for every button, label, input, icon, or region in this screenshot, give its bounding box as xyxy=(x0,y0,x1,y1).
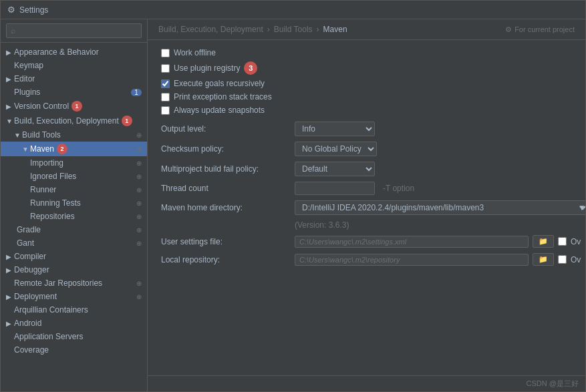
breadcrumb-arrow-icon: › xyxy=(267,25,270,34)
main-content: ▶ Appearance & Behavior Keymap ▶ Editor … xyxy=(1,19,585,391)
sidebar-item-coverage[interactable]: Coverage xyxy=(1,343,147,357)
search-box xyxy=(1,19,147,43)
sidebar-item-appearance[interactable]: ▶ Appearance & Behavior xyxy=(1,45,147,59)
maven-home-control: D:/IntelliJ IDEA 2020.2.4/plugins/maven/… xyxy=(295,200,585,215)
checkbox-execute-goals: Execute goals recursively xyxy=(161,79,572,88)
expand-arrow-icon: ▶ xyxy=(6,103,14,110)
local-repo-row: Local repository: 📁 Ov xyxy=(161,253,572,266)
maven-home-select[interactable]: D:/IntelliJ IDEA 2020.2.4/plugins/maven/… xyxy=(295,200,585,215)
breadcrumb-part-1[interactable]: Build, Execution, Deployment xyxy=(158,25,263,34)
print-exception-checkbox[interactable] xyxy=(161,93,170,102)
sidebar-item-label: Build Tools xyxy=(22,130,61,140)
sidebar-item-build-exec-deploy[interactable]: ▼ Build, Execution, Deployment 1 xyxy=(1,114,147,128)
expand-arrow-icon: ▶ xyxy=(6,49,14,56)
config-icon: ⊕ xyxy=(136,240,142,247)
maven-home-label: Maven home directory: xyxy=(161,203,295,212)
sidebar-item-label: Maven xyxy=(30,144,54,154)
user-settings-override-label: Ov xyxy=(571,237,581,246)
work-offline-checkbox[interactable] xyxy=(161,49,170,57)
config-icon: ⊕ xyxy=(136,213,142,220)
sidebar-item-keymap[interactable]: Keymap xyxy=(1,59,147,72)
expand-arrow-icon: ▶ xyxy=(6,293,14,301)
checkbox-always-update: Always update snapshots xyxy=(161,106,572,115)
expand-arrow-icon: ▼ xyxy=(14,132,22,139)
sidebar-item-maven[interactable]: ▼ Maven 2 ⊕ xyxy=(1,142,147,156)
main-panel: Build, Execution, Deployment › Build Too… xyxy=(148,19,585,391)
maven-home-row: Maven home directory: D:/IntelliJ IDEA 2… xyxy=(161,200,572,215)
multiproject-fail-row: Multiproject build fail policy: Default … xyxy=(161,162,572,176)
sidebar-item-android[interactable]: ▶ Android xyxy=(1,317,147,330)
sidebar-item-debugger[interactable]: ▶ Debugger xyxy=(1,263,147,276)
sidebar-item-running-tests[interactable]: Running Tests ⊕ xyxy=(1,196,147,210)
sidebar-item-app-servers[interactable]: Application Servers xyxy=(1,330,147,343)
sidebar-item-plugins[interactable]: Plugins 1 xyxy=(1,85,147,99)
search-input[interactable] xyxy=(6,23,142,38)
user-settings-label: User settings file: xyxy=(161,237,295,246)
output-level-select[interactable]: Info Debug Quiet xyxy=(295,122,375,136)
sidebar-item-version-control[interactable]: ▶ Version Control 1 xyxy=(1,99,147,114)
sidebar-item-label: Running Tests xyxy=(30,198,81,208)
output-level-label: Output level: xyxy=(161,124,295,134)
sidebar-item-deployment[interactable]: ▶ Deployment ⊕ xyxy=(1,290,147,303)
thread-count-label: Thread count xyxy=(161,184,295,193)
user-settings-row: User settings file: 📁 Ov xyxy=(161,235,572,248)
window-title: Settings xyxy=(19,5,48,15)
sidebar-item-label: Android xyxy=(14,319,41,328)
config-icon: ⊕ xyxy=(136,293,142,301)
sidebar-item-build-tools[interactable]: ▼ Build Tools ⊕ xyxy=(1,128,147,142)
breadcrumb-arrow-icon: › xyxy=(317,25,319,34)
sidebar-item-label: Repositories xyxy=(30,212,75,221)
sidebar-item-label: Remote Jar Repositories xyxy=(14,278,102,288)
local-repo-browse-button[interactable]: 📁 xyxy=(533,253,554,266)
local-repo-label: Local repository: xyxy=(161,255,295,264)
use-plugin-registry-checkbox[interactable] xyxy=(161,64,170,73)
thread-count-control: -T option xyxy=(295,182,414,195)
thread-count-input[interactable] xyxy=(295,182,375,195)
sidebar-item-importing[interactable]: Importing ⊕ xyxy=(1,156,147,170)
user-settings-override-checkbox[interactable] xyxy=(558,237,567,246)
multiproject-fail-control: Default Fail At End Fail Fast xyxy=(295,162,375,176)
execute-goals-checkbox[interactable] xyxy=(161,79,170,88)
sidebar-item-runner[interactable]: Runner ⊕ xyxy=(1,183,147,196)
config-icon: ⊕ xyxy=(136,160,142,167)
sidebar-item-label: Version Control xyxy=(14,102,69,111)
user-settings-input[interactable] xyxy=(295,236,529,248)
settings-content-area: Work offline Use plugin registry 3 Execu… xyxy=(148,40,585,375)
sidebar-item-label: Importing xyxy=(30,158,63,168)
checkbox-use-plugin-registry: Use plugin registry 3 xyxy=(161,61,572,75)
multiproject-fail-select[interactable]: Default Fail At End Fail Fast xyxy=(295,162,375,176)
sidebar-item-label: Arquillian Containers xyxy=(14,305,88,315)
use-plugin-registry-label: Use plugin registry xyxy=(174,63,240,73)
sidebar-item-label: Appearance & Behavior xyxy=(14,47,99,57)
sidebar-item-arquillian[interactable]: Arquillian Containers xyxy=(1,303,147,317)
work-offline-label: Work offline xyxy=(174,48,216,57)
sidebar-item-remote-jar[interactable]: Remote Jar Repositories ⊕ xyxy=(1,276,147,290)
thread-count-hint: -T option xyxy=(383,184,414,193)
config-icon: ⊕ xyxy=(136,146,142,153)
sidebar-item-repositories[interactable]: Repositories ⊕ xyxy=(1,210,147,223)
checksum-policy-select[interactable]: No Global Policy Strict Lax xyxy=(295,142,377,156)
breadcrumb-current: Maven xyxy=(323,25,347,34)
breadcrumb-part-2[interactable]: Build Tools xyxy=(274,25,313,34)
expand-arrow-icon: ▶ xyxy=(6,75,14,83)
expand-arrow-icon: ▶ xyxy=(6,320,14,327)
local-repo-override-checkbox[interactable] xyxy=(558,255,567,264)
sidebar-item-editor[interactable]: ▶ Editor xyxy=(1,72,147,85)
checksum-policy-control: No Global Policy Strict Lax xyxy=(295,142,377,156)
sidebar-item-label: Coverage xyxy=(14,345,49,355)
checksum-policy-label: Checksum policy: xyxy=(161,144,295,154)
checksum-policy-row: Checksum policy: No Global Policy Strict… xyxy=(161,142,572,156)
sidebar-item-label: Build, Execution, Deployment xyxy=(14,116,119,126)
sidebar-item-label: Deployment xyxy=(14,292,57,301)
user-settings-browse-button[interactable]: 📁 xyxy=(533,235,554,248)
sidebar-item-gant[interactable]: Gant ⊕ xyxy=(1,236,147,250)
sidebar-item-ignored-files[interactable]: Ignored Files ⊕ xyxy=(1,170,147,183)
sidebar-item-compiler[interactable]: ▶ Compiler xyxy=(1,250,147,263)
sidebar-item-gradle[interactable]: Gradle ⊕ xyxy=(1,223,147,236)
thread-count-row: Thread count -T option xyxy=(161,182,572,195)
version-control-badge: 1 xyxy=(71,101,82,112)
config-icon: ⊕ xyxy=(136,226,142,234)
always-update-checkbox[interactable] xyxy=(161,106,170,115)
sidebar-item-label: Plugins xyxy=(14,87,40,97)
local-repo-input[interactable] xyxy=(295,254,529,266)
